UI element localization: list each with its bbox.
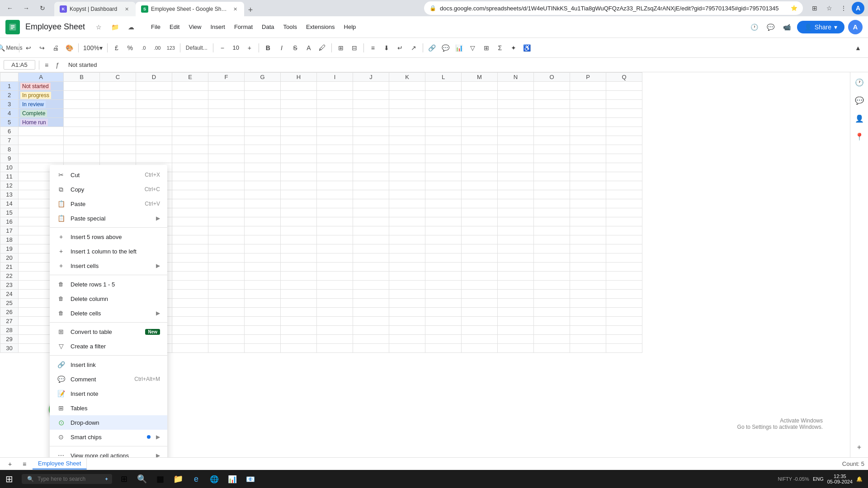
- cell-N14[interactable]: [498, 199, 534, 208]
- cell-L27[interactable]: [425, 317, 462, 326]
- cell-B8[interactable]: [64, 145, 100, 154]
- cell-J25[interactable]: [353, 299, 389, 308]
- cell-P27[interactable]: [570, 317, 606, 326]
- cell-I1[interactable]: [317, 82, 353, 91]
- cell-H1[interactable]: [281, 82, 317, 91]
- cell-K28[interactable]: [389, 326, 425, 335]
- row-header-13[interactable]: 13: [0, 190, 19, 199]
- cell-G18[interactable]: [245, 235, 281, 244]
- cell-F1[interactable]: [208, 82, 245, 91]
- cell-O20[interactable]: [534, 253, 570, 263]
- row-header-15[interactable]: 15: [0, 208, 19, 217]
- cell-G21[interactable]: [245, 263, 281, 272]
- cell-G6[interactable]: [245, 127, 281, 136]
- cell-K27[interactable]: [389, 317, 425, 326]
- row-header-6[interactable]: 6: [0, 127, 19, 136]
- collapse-toolbar[interactable]: ▲: [852, 42, 864, 54]
- cell-Q10[interactable]: [606, 163, 642, 172]
- cell-L9[interactable]: [425, 154, 462, 163]
- cell-L17[interactable]: [425, 226, 462, 235]
- cell-F13[interactable]: [208, 190, 245, 199]
- cell-Q3[interactable]: [606, 100, 642, 109]
- increase-decimal[interactable]: .00: [151, 42, 164, 54]
- cell-M8[interactable]: [462, 145, 498, 154]
- cell-H4[interactable]: [281, 109, 317, 118]
- history-button[interactable]: 🕐: [748, 21, 761, 33]
- cell-J30[interactable]: [353, 344, 389, 353]
- cell-K24[interactable]: [389, 290, 425, 299]
- cell-M17[interactable]: [462, 226, 498, 235]
- cell-G19[interactable]: [245, 244, 281, 253]
- undo-button[interactable]: ↩: [22, 42, 35, 54]
- print-button[interactable]: 🖨: [49, 42, 62, 54]
- cell-D9[interactable]: [136, 154, 172, 163]
- forward-button[interactable]: →: [20, 2, 33, 14]
- font-selector[interactable]: Default...: [183, 42, 210, 54]
- cell-P18[interactable]: [570, 235, 606, 244]
- cell-O15[interactable]: [534, 208, 570, 217]
- cell-J2[interactable]: [353, 91, 389, 100]
- cell-Q19[interactable]: [606, 244, 642, 253]
- row-header-7[interactable]: 7: [0, 136, 19, 145]
- cell-P13[interactable]: [570, 190, 606, 199]
- cell-O10[interactable]: [534, 163, 570, 172]
- cell-O3[interactable]: [534, 100, 570, 109]
- cell-C4[interactable]: [100, 109, 136, 118]
- cell-N23[interactable]: [498, 281, 534, 290]
- highlight-color-button[interactable]: 🖊: [316, 42, 329, 54]
- cell-H18[interactable]: [281, 235, 317, 244]
- cell-Q21[interactable]: [606, 263, 642, 272]
- cell-F30[interactable]: [208, 344, 245, 353]
- cell-O1[interactable]: [534, 82, 570, 91]
- cell-L28[interactable]: [425, 326, 462, 335]
- sidebar-chat-icon[interactable]: 💬: [853, 94, 866, 107]
- cell-B1[interactable]: [64, 82, 100, 91]
- cell-I19[interactable]: [317, 244, 353, 253]
- cell-N3[interactable]: [498, 100, 534, 109]
- col-header-Q[interactable]: Q: [606, 73, 642, 82]
- cell-P30[interactable]: [570, 344, 606, 353]
- cell-K8[interactable]: [389, 145, 425, 154]
- ctx-copy[interactable]: ⧉ Copy Ctrl+C: [50, 182, 167, 197]
- cell-L18[interactable]: [425, 235, 462, 244]
- cell-L23[interactable]: [425, 281, 462, 290]
- cell-K2[interactable]: [389, 91, 425, 100]
- cell-D7[interactable]: [136, 136, 172, 145]
- cell-I10[interactable]: [317, 163, 353, 172]
- cell-E7[interactable]: [172, 136, 208, 145]
- cell-L25[interactable]: [425, 299, 462, 308]
- redo-button[interactable]: ↪: [36, 42, 48, 54]
- cell-E15[interactable]: [172, 208, 208, 217]
- cell-O7[interactable]: [534, 136, 570, 145]
- cell-F28[interactable]: [208, 326, 245, 335]
- cell-P4[interactable]: [570, 109, 606, 118]
- cell-C8[interactable]: [100, 145, 136, 154]
- cell-H7[interactable]: [281, 136, 317, 145]
- cell-J16[interactable]: [353, 217, 389, 226]
- cell-K11[interactable]: [389, 172, 425, 181]
- valign-button[interactable]: ⬇: [380, 42, 393, 54]
- cell-Q11[interactable]: [606, 172, 642, 181]
- cell-I3[interactable]: [317, 100, 353, 109]
- cell-J24[interactable]: [353, 290, 389, 299]
- cell-P16[interactable]: [570, 217, 606, 226]
- cell-K14[interactable]: [389, 199, 425, 208]
- cell-N25[interactable]: [498, 299, 534, 308]
- cell-K1[interactable]: [389, 82, 425, 91]
- cell-Q17[interactable]: [606, 226, 642, 235]
- strikethrough-button[interactable]: S: [289, 42, 302, 54]
- cell-M24[interactable]: [462, 290, 498, 299]
- cell-F2[interactable]: [208, 91, 245, 100]
- cell-Q9[interactable]: [606, 154, 642, 163]
- row-header-22[interactable]: 22: [0, 272, 19, 281]
- cell-P6[interactable]: [570, 127, 606, 136]
- percent-button[interactable]: %: [124, 42, 137, 54]
- row-header-19[interactable]: 19: [0, 244, 19, 253]
- cell-F3[interactable]: [208, 100, 245, 109]
- cell-P28[interactable]: [570, 326, 606, 335]
- cell-J22[interactable]: [353, 272, 389, 281]
- cell-P12[interactable]: [570, 181, 606, 190]
- cell-J8[interactable]: [353, 145, 389, 154]
- cell-H14[interactable]: [281, 199, 317, 208]
- link-button[interactable]: 🔗: [426, 42, 439, 54]
